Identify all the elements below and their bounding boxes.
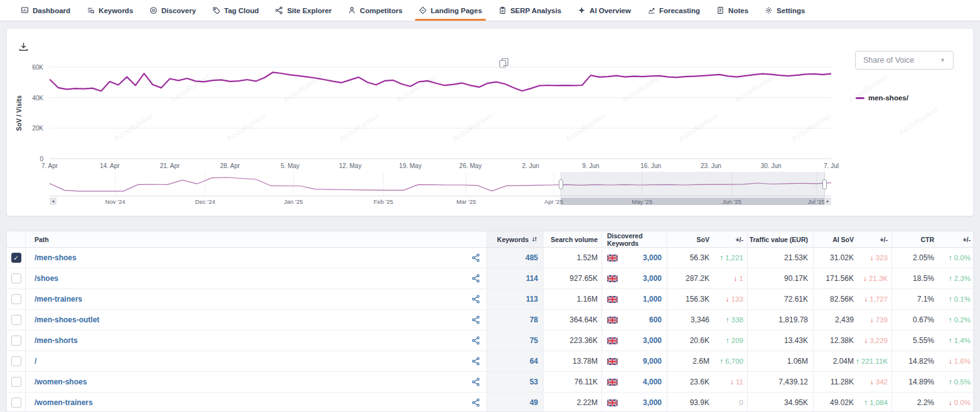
share-nodes-icon[interactable]: [471, 336, 480, 345]
row-checkbox[interactable]: [11, 273, 21, 283]
ctr-delta-cell: ↑2.3%: [939, 268, 974, 288]
delta-arrow: ↓: [863, 275, 867, 282]
traffic-value: 72.61K: [784, 295, 808, 304]
ai-sov-delta-cell: ↓342: [859, 372, 892, 392]
share-nodes-icon[interactable]: [471, 253, 480, 262]
path-link[interactable]: /women-shoes: [35, 378, 87, 386]
metric-select[interactable]: Share of Voice: [855, 51, 954, 70]
path-link[interactable]: /shoes: [35, 274, 58, 283]
row-checkbox[interactable]: [11, 398, 21, 408]
discovered-value[interactable]: 600: [649, 315, 662, 324]
navigator-scroll-left-icon[interactable]: [50, 198, 57, 205]
keywords-value[interactable]: 64: [530, 357, 538, 366]
discovered-value[interactable]: 3,000: [643, 274, 662, 283]
discovered-value[interactable]: 3,000: [643, 253, 662, 262]
discovered-value[interactable]: 1,000: [643, 295, 662, 304]
keywords-value[interactable]: 113: [526, 295, 538, 304]
header-ai-sov[interactable]: AI SoV: [814, 231, 859, 247]
nav-item-tag-cloud[interactable]: Tag Cloud: [204, 0, 267, 21]
ai-sov-delta-cell: ↓1,727: [859, 289, 892, 309]
uk-flag-icon: [607, 379, 618, 386]
nav-item-site-explorer[interactable]: Site Explorer: [267, 0, 340, 21]
path-link[interactable]: /men-shorts: [35, 336, 78, 345]
keywords-value[interactable]: 485: [525, 253, 538, 262]
search-volume-cell: 76.11K: [544, 372, 602, 392]
traffic-value: 34.95K: [784, 398, 808, 407]
share-nodes-icon[interactable]: [471, 357, 480, 366]
row-checkbox[interactable]: [11, 315, 21, 325]
nav-item-dashboard[interactable]: Dashboard: [13, 0, 78, 21]
watermark: AccuRanker: [897, 105, 940, 137]
ai-sov-value: 2.04M: [833, 357, 854, 366]
nav-item-discovery[interactable]: Discovery: [141, 0, 204, 21]
row-checkbox[interactable]: [11, 356, 21, 366]
navigator-scroll-right-icon[interactable]: [824, 198, 831, 205]
navigator-tick-label: Jan '25: [284, 198, 303, 205]
legend-item[interactable]: men-shoes/: [856, 94, 908, 102]
navigator-chart: [50, 172, 831, 197]
navigator-scrollbar-thumb[interactable]: [561, 198, 825, 205]
path-link[interactable]: /men-shoes: [35, 253, 77, 262]
discovered-value[interactable]: 4,000: [643, 378, 662, 386]
row-checkbox-cell: [7, 268, 26, 288]
ctr-cell: 14.89%: [892, 372, 939, 392]
row-checkbox-cell: [7, 330, 26, 351]
nav-item-serp-analysis[interactable]: SERP Analysis: [490, 0, 569, 21]
header-checkbox-cell: [7, 231, 26, 247]
row-checkbox[interactable]: [11, 335, 21, 346]
nav-item-landing-pages[interactable]: Landing Pages: [411, 0, 490, 21]
nav-item-settings[interactable]: Settings: [757, 0, 813, 21]
row-checkbox[interactable]: [11, 253, 21, 263]
nav-item-competitors[interactable]: Competitors: [340, 0, 411, 21]
share-nodes-icon[interactable]: [471, 274, 480, 283]
keywords-value[interactable]: 75: [530, 336, 538, 345]
nav-item-forecasting[interactable]: Forecasting: [639, 0, 708, 21]
discovered-value[interactable]: 9,000: [643, 357, 662, 366]
header-search-volume[interactable]: Search volume: [544, 231, 602, 247]
share-nodes-icon[interactable]: [471, 398, 480, 407]
keywords-value[interactable]: 78: [530, 315, 538, 324]
nav-item-ai-overview[interactable]: AI Overview: [569, 0, 639, 21]
path-link[interactable]: /women-trainers: [35, 398, 93, 407]
download-icon[interactable]: [18, 41, 29, 52]
keywords-value[interactable]: 53: [530, 378, 538, 386]
path-link[interactable]: /men-shoes-outlet: [35, 315, 99, 324]
share-nodes-icon[interactable]: [471, 295, 480, 304]
header-ai-sov-change[interactable]: +/-: [859, 231, 892, 247]
header-discovered-keywords[interactable]: Discovered Keywords: [602, 231, 667, 247]
keywords-value[interactable]: 114: [526, 274, 538, 283]
header-sov[interactable]: SoV: [667, 231, 715, 247]
traffic-value: 90.17K: [784, 274, 808, 283]
delta-arrow: ↑: [719, 254, 723, 261]
search-volume-value: 1.16M: [577, 295, 598, 304]
header-keywords[interactable]: Keywords: [487, 231, 544, 247]
header-sov-change[interactable]: +/-: [715, 231, 748, 247]
navigator-selection[interactable]: [561, 172, 825, 197]
path-link[interactable]: /: [35, 357, 36, 366]
header-ctr[interactable]: CTR: [892, 231, 939, 247]
share-nodes-icon[interactable]: [471, 378, 480, 386]
header-ctr-change[interactable]: +/-: [939, 231, 974, 247]
nav-item-notes[interactable]: Notes: [708, 0, 757, 21]
keywords-value[interactable]: 49: [530, 398, 538, 407]
discovered-value[interactable]: 3,000: [643, 336, 662, 345]
navigator-handle-right[interactable]: [822, 179, 827, 189]
path-link[interactable]: /men-trainers: [35, 295, 82, 304]
row-checkbox[interactable]: [11, 377, 21, 387]
nav-item-label: Dashboard: [33, 7, 70, 14]
row-checkbox-cell: [7, 310, 26, 330]
header-traffic-value[interactable]: Traffic value (EUR): [748, 231, 814, 247]
chevron-down-icon: [940, 57, 945, 63]
nav-item-keywords[interactable]: Keywords: [78, 0, 141, 21]
header-path[interactable]: Path: [26, 231, 487, 247]
row-checkbox[interactable]: [11, 294, 21, 304]
delta-value: 739: [876, 316, 888, 324]
share-nodes-icon[interactable]: [471, 315, 480, 324]
discovered-cell: 600: [602, 310, 667, 330]
navigator-handle-left[interactable]: [559, 179, 563, 189]
navigator-tick-label: Feb '25: [374, 198, 393, 205]
delta-arrow: ↑: [949, 378, 952, 386]
ai-sov-cell: 2,439: [814, 310, 859, 330]
nav-item-label: Notes: [728, 7, 748, 14]
discovered-value[interactable]: 3,000: [643, 398, 662, 407]
